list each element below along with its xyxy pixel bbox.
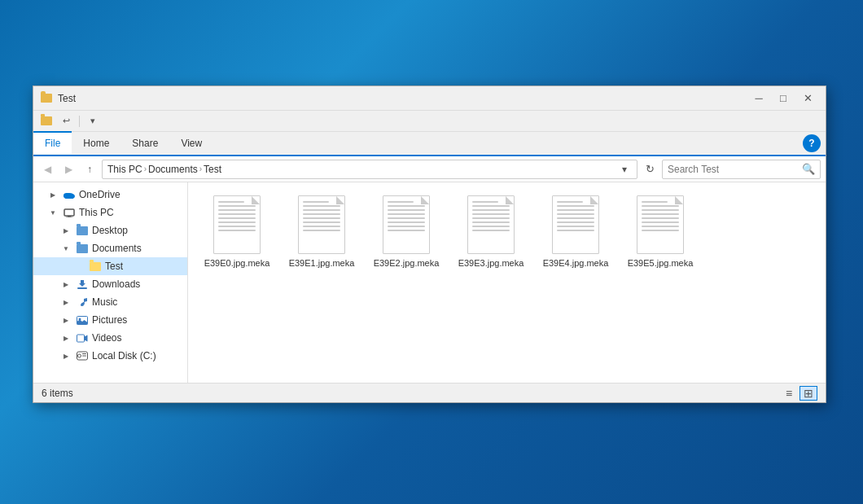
window-controls: ─ □ ✕	[747, 90, 819, 107]
expand-downloads-icon: ▶	[59, 278, 72, 291]
addr-this-pc: This PC	[107, 164, 142, 175]
maximize-button[interactable]: □	[772, 90, 795, 107]
file-name: E39E4.jpg.meka	[543, 257, 609, 269]
title-bar: Test ─ □ ✕	[33, 86, 826, 111]
expand-desktop-icon: ▶	[59, 224, 72, 237]
sidebar-item-documents[interactable]: ▼ Documents	[33, 239, 187, 257]
main-area: ▶ OneDrive ▼ This PC ▶ Desktop	[33, 182, 826, 383]
details-view-button[interactable]: ≡	[780, 386, 798, 401]
sidebar-item-label: Music	[92, 296, 184, 308]
videos-icon	[76, 332, 89, 344]
status-item-count: 6 items	[42, 388, 780, 399]
file-icon	[383, 195, 430, 254]
file-item[interactable]: E39E4.jpg.meka	[535, 191, 616, 274]
sidebar-item-onedrive[interactable]: ▶ OneDrive	[33, 186, 187, 204]
sidebar-item-desktop[interactable]: ▶ Desktop	[33, 221, 187, 239]
file-area: E39E0.jpg.meka E39E1.jpg.meka	[188, 182, 826, 383]
file-item[interactable]: E39E5.jpg.meka	[620, 191, 701, 274]
tab-share[interactable]: Share	[120, 132, 169, 155]
sidebar-item-pictures[interactable]: ▶ Pictures	[33, 311, 187, 329]
sidebar-item-label: Documents	[92, 243, 184, 254]
sidebar-item-label: This PC	[79, 207, 184, 218]
sidebar-item-videos[interactable]: ▶ Videos	[33, 329, 187, 347]
test-folder-icon	[89, 261, 102, 272]
expand-onedrive-icon: ▶	[46, 188, 59, 201]
address-bar[interactable]: This PC › Documents › Test ▾	[102, 160, 637, 179]
expand-pictures-icon: ▶	[59, 313, 72, 327]
file-name: E39E2.jpg.meka	[374, 257, 440, 269]
sidebar-item-local-disk[interactable]: ▶ Local Disk (C:)	[33, 347, 187, 365]
file-icon	[552, 195, 599, 254]
help-button[interactable]: ?	[803, 134, 821, 152]
file-icon	[213, 195, 261, 254]
file-item[interactable]: E39E1.jpg.meka	[281, 191, 362, 274]
svg-point-1	[64, 193, 70, 198]
file-name: E39E5.jpg.meka	[628, 257, 694, 269]
toolbar-separator	[79, 116, 80, 127]
expand-disk-icon: ▶	[59, 349, 72, 362]
file-icon	[467, 195, 515, 254]
ribbon: File Home Share View ?	[33, 132, 826, 156]
tab-home[interactable]: Home	[72, 132, 120, 155]
minimize-button[interactable]: ─	[747, 90, 770, 107]
sidebar-item-music[interactable]: ▶ Music	[33, 293, 187, 311]
close-button[interactable]: ✕	[796, 90, 819, 107]
sidebar-item-test[interactable]: Test	[33, 257, 187, 275]
addr-documents: Documents	[148, 164, 198, 175]
search-box[interactable]: 🔍	[662, 160, 821, 179]
sidebar-item-downloads[interactable]: ▶ Downloads	[33, 275, 187, 293]
quick-properties-button[interactable]	[38, 114, 55, 129]
search-input[interactable]	[668, 164, 799, 175]
file-item[interactable]: E39E0.jpg.meka	[196, 191, 278, 274]
navigation-bar: ◀ ▶ ↑ This PC › Documents › Test ▾ ↻ 🔍	[33, 156, 826, 182]
sidebar-item-label: Local Disk (C:)	[92, 350, 184, 362]
file-icon	[298, 195, 345, 254]
svg-rect-2	[64, 209, 74, 216]
quick-dropdown-button[interactable]: ▾	[85, 114, 101, 129]
svg-rect-5	[77, 287, 87, 289]
svg-rect-13	[82, 356, 86, 357]
up-button[interactable]: ↑	[81, 160, 99, 178]
file-name: E39E3.jpg.meka	[458, 257, 524, 269]
sidebar-item-label: Desktop	[92, 225, 184, 236]
status-bar: 6 items ≡ ⊞	[33, 383, 826, 402]
svg-point-11	[78, 354, 81, 357]
sidebar-item-label: Videos	[92, 332, 184, 344]
sidebar-item-label: Downloads	[92, 278, 184, 290]
search-icon[interactable]: 🔍	[802, 163, 815, 175]
documents-folder-icon	[76, 243, 89, 254]
pc-icon	[63, 207, 76, 218]
expand-music-icon: ▶	[59, 296, 72, 309]
sidebar-item-this-pc[interactable]: ▼ This PC	[33, 204, 187, 221]
expand-pc-icon: ▼	[46, 206, 59, 219]
view-toggle-buttons: ≡ ⊞	[780, 386, 817, 401]
svg-rect-3	[68, 216, 71, 217]
forward-button[interactable]: ▶	[59, 160, 77, 178]
back-button[interactable]: ◀	[38, 160, 56, 178]
sidebar-item-label: Test	[105, 261, 184, 272]
quick-undo-button[interactable]: ↩	[58, 114, 74, 129]
large-icons-view-button[interactable]: ⊞	[799, 386, 817, 401]
pictures-icon	[76, 314, 89, 326]
refresh-button[interactable]: ↻	[641, 160, 659, 178]
quick-access-toolbar: ↩ ▾	[33, 111, 826, 132]
address-dropdown-button[interactable]: ▾	[617, 160, 632, 178]
tab-file[interactable]: File	[33, 131, 72, 154]
svg-rect-4	[66, 217, 72, 217]
file-item[interactable]: E39E2.jpg.meka	[366, 191, 447, 274]
file-icon	[637, 195, 684, 254]
expand-test-icon	[72, 260, 85, 273]
file-name: E39E1.jpg.meka	[289, 257, 355, 269]
music-icon	[76, 296, 89, 308]
window-title: Test	[58, 93, 747, 104]
expand-videos-icon: ▶	[59, 331, 72, 344]
downloads-icon	[76, 278, 89, 290]
addr-test: Test	[204, 164, 221, 175]
disk-icon	[76, 350, 89, 362]
window-icon	[40, 92, 53, 105]
svg-rect-12	[82, 353, 86, 354]
file-item[interactable]: E39E3.jpg.meka	[450, 191, 532, 274]
files-grid: E39E0.jpg.meka E39E1.jpg.meka	[196, 191, 817, 274]
tab-view[interactable]: View	[169, 132, 213, 155]
explorer-window: Test ─ □ ✕ ↩ ▾ File Home Share View ? ◀ …	[33, 85, 826, 403]
